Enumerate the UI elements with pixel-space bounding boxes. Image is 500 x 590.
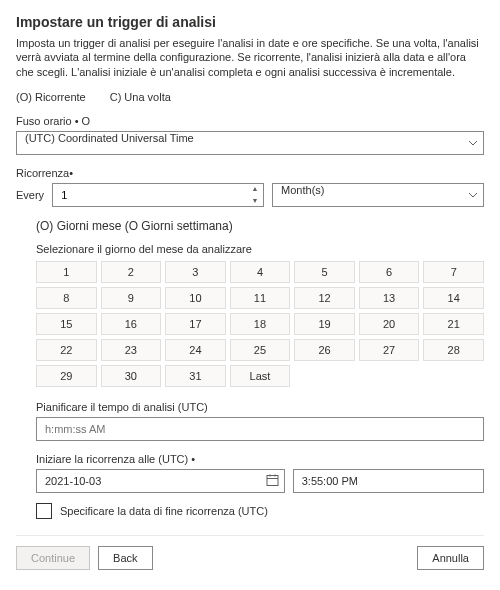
interval-input[interactable] <box>52 183 264 207</box>
recurring-option[interactable]: (O) Ricorrente <box>16 91 86 103</box>
page-title: Impostare un trigger di analisi <box>16 14 484 30</box>
footer: Continue Back Annulla <box>16 546 484 570</box>
day-cell[interactable]: 13 <box>359 287 420 309</box>
interval-spinner[interactable]: ▲ ▼ <box>52 183 264 207</box>
description-text: Imposta un trigger di analisi per esegui… <box>16 36 484 79</box>
day-cell[interactable]: 1 <box>36 261 97 283</box>
day-cell[interactable]: 14 <box>423 287 484 309</box>
timezone-select[interactable]: (UTC) Coordinated Universal Time <box>16 131 484 155</box>
day-cell[interactable]: 18 <box>230 313 291 335</box>
day-cell[interactable]: 30 <box>101 365 162 387</box>
calendar-icon[interactable] <box>266 473 279 488</box>
day-cell[interactable]: 15 <box>36 313 97 335</box>
month-day-grid: 1234567891011121314151617181920212223242… <box>36 261 484 387</box>
day-cell[interactable]: Last <box>230 365 291 387</box>
day-cell[interactable]: 12 <box>294 287 355 309</box>
day-cell[interactable]: 25 <box>230 339 291 361</box>
svg-rect-0 <box>267 475 278 485</box>
day-mode-options[interactable]: (O) Giorni mese (O Giorni settimana) <box>36 219 484 233</box>
timezone-value: (UTC) Coordinated Universal Time <box>16 131 484 155</box>
continue-button: Continue <box>16 546 90 570</box>
start-time-input[interactable] <box>293 469 484 493</box>
cancel-button[interactable]: Annulla <box>417 546 484 570</box>
day-cell[interactable]: 7 <box>423 261 484 283</box>
period-value: Month(s) <box>272 183 484 207</box>
spinner-down-icon[interactable]: ▼ <box>248 197 262 205</box>
day-cell[interactable]: 4 <box>230 261 291 283</box>
recurrence-label: Ricorrenza• <box>16 167 484 179</box>
end-date-checkbox-label: Specificare la data di fine ricorrenza (… <box>60 505 268 517</box>
day-cell[interactable]: 16 <box>101 313 162 335</box>
back-button[interactable]: Back <box>98 546 152 570</box>
day-cell[interactable]: 17 <box>165 313 226 335</box>
schedule-time-input[interactable] <box>36 417 484 441</box>
day-cell[interactable]: 28 <box>423 339 484 361</box>
start-date-input[interactable] <box>36 469 285 493</box>
day-cell[interactable]: 19 <box>294 313 355 335</box>
day-cell[interactable]: 11 <box>230 287 291 309</box>
day-cell[interactable]: 23 <box>101 339 162 361</box>
schedule-time-label: Pianificare il tempo di analisi (UTC) <box>36 401 484 413</box>
day-cell[interactable]: 22 <box>36 339 97 361</box>
day-cell[interactable]: 31 <box>165 365 226 387</box>
end-date-checkbox[interactable] <box>36 503 52 519</box>
day-cell[interactable]: 2 <box>101 261 162 283</box>
day-cell[interactable]: 24 <box>165 339 226 361</box>
period-select[interactable]: Month(s) <box>272 183 484 207</box>
timezone-label: Fuso orario • O <box>16 115 484 127</box>
once-option[interactable]: C) Una volta <box>110 91 171 103</box>
divider <box>16 535 484 536</box>
day-cell[interactable]: 5 <box>294 261 355 283</box>
day-cell[interactable]: 29 <box>36 365 97 387</box>
day-cell[interactable]: 26 <box>294 339 355 361</box>
day-cell[interactable]: 3 <box>165 261 226 283</box>
day-cell[interactable]: 8 <box>36 287 97 309</box>
day-cell[interactable]: 9 <box>101 287 162 309</box>
day-cell[interactable]: 27 <box>359 339 420 361</box>
day-cell[interactable]: 21 <box>423 313 484 335</box>
month-days-label: Selezionare il giorno del mese da analiz… <box>36 243 484 255</box>
spinner-up-icon[interactable]: ▲ <box>248 185 262 193</box>
day-cell[interactable]: 20 <box>359 313 420 335</box>
day-cell[interactable]: 6 <box>359 261 420 283</box>
start-recurrence-label: Iniziare la ricorrenza alle (UTC) • <box>36 453 484 465</box>
trigger-type-options: (O) Ricorrente C) Una volta <box>16 91 484 103</box>
day-cell[interactable]: 10 <box>165 287 226 309</box>
every-label: Every <box>16 189 44 201</box>
